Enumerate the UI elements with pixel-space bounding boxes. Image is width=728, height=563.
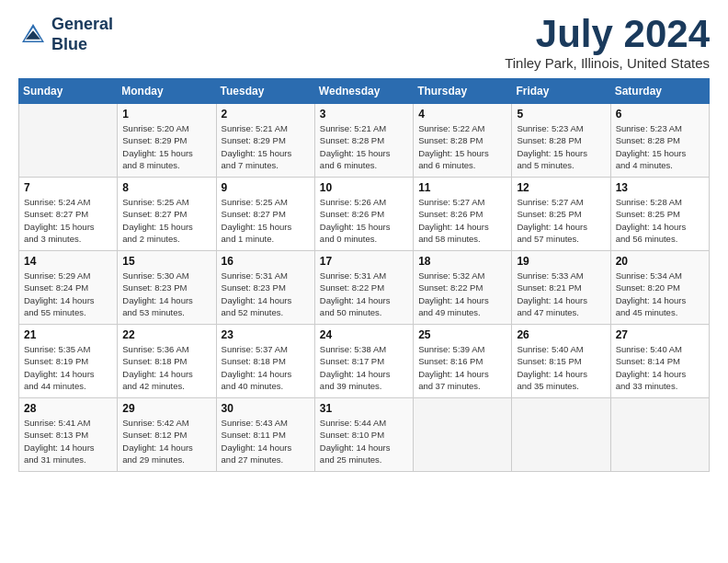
calendar-cell (512, 398, 610, 472)
calendar-cell: 23Sunrise: 5:37 AMSunset: 8:18 PMDayligh… (216, 325, 314, 398)
day-number: 23 (222, 328, 310, 341)
logo: General Blue (18, 15, 113, 54)
day-number: 10 (320, 181, 408, 194)
calendar-cell: 4Sunrise: 5:22 AMSunset: 8:28 PMDaylight… (414, 104, 512, 178)
day-number: 6 (616, 108, 704, 121)
calendar-cell: 17Sunrise: 5:31 AMSunset: 8:22 PMDayligh… (314, 251, 413, 325)
calendar-cell: 26Sunrise: 5:40 AMSunset: 8:15 PMDayligh… (512, 325, 610, 398)
calendar-cell: 25Sunrise: 5:39 AMSunset: 8:16 PMDayligh… (414, 325, 512, 398)
day-number: 16 (222, 255, 310, 268)
week-row-4: 21Sunrise: 5:35 AMSunset: 8:19 PMDayligh… (19, 325, 710, 398)
header-thursday: Thursday (414, 79, 512, 104)
week-row-2: 7Sunrise: 5:24 AMSunset: 8:27 PMDaylight… (19, 178, 710, 251)
calendar-cell: 24Sunrise: 5:38 AMSunset: 8:17 PMDayligh… (314, 325, 413, 398)
day-info: Sunrise: 5:24 AMSunset: 8:27 PMDaylight:… (24, 196, 112, 245)
day-info: Sunrise: 5:33 AMSunset: 8:21 PMDaylight:… (517, 270, 605, 318)
calendar-cell: 27Sunrise: 5:40 AMSunset: 8:14 PMDayligh… (610, 325, 709, 398)
header-saturday: Saturday (610, 79, 709, 104)
header-tuesday: Tuesday (216, 79, 314, 104)
day-info: Sunrise: 5:30 AMSunset: 8:23 PMDaylight:… (122, 270, 210, 318)
logo-line1: General (51, 15, 113, 35)
day-number: 28 (24, 402, 112, 415)
day-info: Sunrise: 5:31 AMSunset: 8:23 PMDaylight:… (222, 270, 310, 318)
day-number: 7 (24, 181, 112, 194)
header-row: SundayMondayTuesdayWednesdayThursdayFrid… (19, 79, 710, 104)
day-info: Sunrise: 5:31 AMSunset: 8:22 PMDaylight:… (320, 270, 408, 318)
logo-icon (18, 20, 48, 50)
day-info: Sunrise: 5:27 AMSunset: 8:25 PMDaylight:… (517, 196, 605, 245)
day-info: Sunrise: 5:26 AMSunset: 8:26 PMDaylight:… (320, 196, 408, 245)
calendar-cell: 16Sunrise: 5:31 AMSunset: 8:23 PMDayligh… (216, 251, 314, 325)
calendar-table: SundayMondayTuesdayWednesdayThursdayFrid… (18, 78, 710, 472)
day-info: Sunrise: 5:39 AMSunset: 8:16 PMDaylight:… (418, 343, 506, 392)
day-number: 14 (24, 255, 112, 268)
day-number: 27 (616, 328, 704, 341)
calendar-cell: 20Sunrise: 5:34 AMSunset: 8:20 PMDayligh… (610, 251, 709, 325)
title-block: July 2024 Tinley Park, Illinois, United … (505, 15, 710, 71)
day-number: 13 (616, 181, 704, 194)
day-number: 21 (24, 328, 112, 341)
calendar-cell: 28Sunrise: 5:41 AMSunset: 8:13 PMDayligh… (19, 398, 118, 472)
calendar-cell (414, 398, 512, 472)
day-number: 20 (616, 255, 704, 268)
day-number: 26 (517, 328, 605, 341)
calendar-cell: 9Sunrise: 5:25 AMSunset: 8:27 PMDaylight… (216, 178, 314, 251)
day-info: Sunrise: 5:42 AMSunset: 8:12 PMDaylight:… (122, 417, 210, 465)
day-number: 1 (122, 108, 210, 121)
calendar-cell (19, 104, 118, 178)
day-info: Sunrise: 5:23 AMSunset: 8:28 PMDaylight:… (517, 122, 605, 171)
week-row-3: 14Sunrise: 5:29 AMSunset: 8:24 PMDayligh… (19, 251, 710, 325)
calendar-cell: 8Sunrise: 5:25 AMSunset: 8:27 PMDaylight… (118, 178, 216, 251)
day-info: Sunrise: 5:21 AMSunset: 8:28 PMDaylight:… (320, 122, 408, 171)
calendar-cell: 13Sunrise: 5:28 AMSunset: 8:25 PMDayligh… (610, 178, 709, 251)
day-number: 12 (517, 181, 605, 194)
day-number: 22 (122, 328, 210, 341)
calendar-cell: 21Sunrise: 5:35 AMSunset: 8:19 PMDayligh… (19, 325, 118, 398)
day-number: 15 (122, 255, 210, 268)
calendar-cell: 30Sunrise: 5:43 AMSunset: 8:11 PMDayligh… (216, 398, 314, 472)
month-title: July 2024 (505, 15, 710, 53)
calendar-cell: 18Sunrise: 5:32 AMSunset: 8:22 PMDayligh… (414, 251, 512, 325)
calendar-cell: 15Sunrise: 5:30 AMSunset: 8:23 PMDayligh… (118, 251, 216, 325)
day-info: Sunrise: 5:32 AMSunset: 8:22 PMDaylight:… (418, 270, 506, 318)
day-number: 9 (222, 181, 310, 194)
logo-line2: Blue (51, 35, 113, 55)
day-info: Sunrise: 5:34 AMSunset: 8:20 PMDaylight:… (616, 270, 704, 318)
calendar-cell: 2Sunrise: 5:21 AMSunset: 8:29 PMDaylight… (216, 104, 314, 178)
day-number: 29 (122, 402, 210, 415)
day-number: 19 (517, 255, 605, 268)
calendar-cell: 6Sunrise: 5:23 AMSunset: 8:28 PMDaylight… (610, 104, 709, 178)
calendar-cell: 3Sunrise: 5:21 AMSunset: 8:28 PMDaylight… (314, 104, 413, 178)
day-number: 17 (320, 255, 408, 268)
calendar-cell (610, 398, 709, 472)
calendar-cell: 22Sunrise: 5:36 AMSunset: 8:18 PMDayligh… (118, 325, 216, 398)
day-number: 2 (222, 108, 310, 121)
day-number: 4 (418, 108, 506, 121)
day-number: 31 (320, 402, 408, 415)
day-info: Sunrise: 5:40 AMSunset: 8:14 PMDaylight:… (616, 343, 704, 392)
day-info: Sunrise: 5:29 AMSunset: 8:24 PMDaylight:… (24, 270, 112, 318)
day-number: 8 (122, 181, 210, 194)
calendar-cell: 10Sunrise: 5:26 AMSunset: 8:26 PMDayligh… (314, 178, 413, 251)
header-wednesday: Wednesday (314, 79, 413, 104)
day-number: 3 (320, 108, 408, 121)
day-info: Sunrise: 5:36 AMSunset: 8:18 PMDaylight:… (122, 343, 210, 392)
day-info: Sunrise: 5:20 AMSunset: 8:29 PMDaylight:… (122, 122, 210, 171)
calendar-cell: 12Sunrise: 5:27 AMSunset: 8:25 PMDayligh… (512, 178, 610, 251)
day-info: Sunrise: 5:25 AMSunset: 8:27 PMDaylight:… (222, 196, 310, 245)
day-number: 11 (418, 181, 506, 194)
day-info: Sunrise: 5:41 AMSunset: 8:13 PMDaylight:… (24, 417, 112, 465)
day-number: 30 (222, 402, 310, 415)
calendar-cell: 7Sunrise: 5:24 AMSunset: 8:27 PMDaylight… (19, 178, 118, 251)
calendar-cell: 1Sunrise: 5:20 AMSunset: 8:29 PMDaylight… (118, 104, 216, 178)
header-sunday: Sunday (19, 79, 118, 104)
day-info: Sunrise: 5:35 AMSunset: 8:19 PMDaylight:… (24, 343, 112, 392)
calendar-cell: 29Sunrise: 5:42 AMSunset: 8:12 PMDayligh… (118, 398, 216, 472)
page-header: General Blue July 2024 Tinley Park, Illi… (18, 15, 710, 71)
week-row-5: 28Sunrise: 5:41 AMSunset: 8:13 PMDayligh… (19, 398, 710, 472)
calendar-cell: 14Sunrise: 5:29 AMSunset: 8:24 PMDayligh… (19, 251, 118, 325)
calendar-cell: 11Sunrise: 5:27 AMSunset: 8:26 PMDayligh… (414, 178, 512, 251)
day-info: Sunrise: 5:38 AMSunset: 8:17 PMDaylight:… (320, 343, 408, 392)
header-monday: Monday (118, 79, 216, 104)
day-info: Sunrise: 5:23 AMSunset: 8:28 PMDaylight:… (616, 122, 704, 171)
